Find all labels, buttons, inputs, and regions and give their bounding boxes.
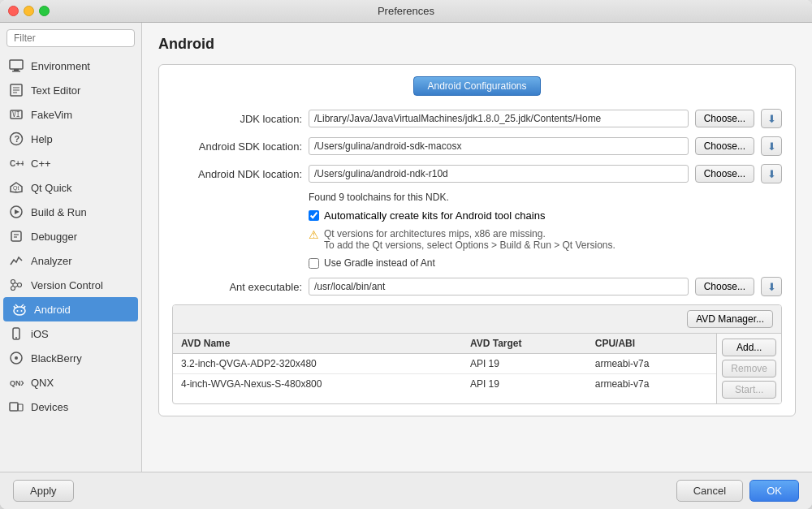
ndk-download-button[interactable]: ⬇ (761, 164, 782, 183)
footer-right: Cancel OK (676, 480, 799, 502)
ant-label: Ant executable: (172, 281, 302, 293)
sdk-choose-button[interactable]: Choose... (695, 137, 754, 155)
minimize-button[interactable] (24, 6, 34, 16)
avd-header: AVD AVD Manager... (173, 305, 781, 334)
svg-rect-2 (12, 71, 20, 72)
config-tabs: Android Configurations (172, 76, 782, 96)
ndk-label: Android NDK location: (172, 168, 302, 180)
svg-line-24 (15, 286, 18, 287)
sidebar-item-debugger[interactable]: Debugger (0, 224, 141, 248)
start-avd-button[interactable]: Start... (722, 381, 776, 399)
svg-point-28 (17, 310, 19, 312)
svg-point-21 (18, 283, 22, 287)
warning-icon: ⚠ (309, 228, 319, 241)
sidebar-item-text-editor[interactable]: Text Editor (0, 78, 141, 102)
auto-create-label: Automatically create kits for Android to… (324, 209, 545, 222)
gradle-checkbox[interactable] (309, 258, 319, 269)
svg-point-33 (15, 337, 17, 339)
cancel-button[interactable]: Cancel (676, 480, 743, 502)
ant-download-button[interactable]: ⬇ (761, 277, 782, 296)
sidebar-item-qnx[interactable]: QNXQNX (0, 370, 141, 395)
jdk-label: JDK location: (172, 113, 302, 125)
qnx-icon: QNX (8, 374, 24, 390)
sidebar-item-analyzer[interactable]: Analyzer (0, 248, 141, 273)
svg-rect-16 (11, 231, 21, 241)
sidebar-item-version-control-label: Version Control (31, 279, 103, 291)
sidebar-item-environment-label: Environment (31, 60, 90, 72)
close-button[interactable] (8, 6, 19, 16)
sidebar-item-qt-quick[interactable]: QtQt Quick (0, 175, 141, 200)
svg-point-20 (11, 287, 15, 291)
ok-button[interactable]: OK (749, 480, 799, 502)
gradle-row: Use Gradle instead of Ant (309, 257, 782, 269)
avd-col-cpu: CPU/ABI (587, 334, 717, 354)
fakevim-icon: VI (8, 106, 24, 123)
sdk-download-button[interactable]: ⬇ (761, 136, 782, 156)
svg-rect-1 (14, 69, 19, 71)
footer: Apply Cancel OK (0, 472, 812, 509)
ant-input[interactable] (309, 278, 689, 295)
auto-create-row: Automatically create kits for Android to… (309, 209, 782, 222)
text-editor-icon (8, 82, 24, 98)
svg-line-26 (14, 306, 15, 308)
ant-choose-button[interactable]: Choose... (695, 278, 754, 295)
ant-row: Ant executable: Choose... ⬇ (172, 277, 782, 296)
avd-table: AVD Name AVD Target CPU/ABI 3.2-inch-QVG… (173, 334, 716, 394)
toolchain-info: Found 9 toolchains for this NDK. (309, 192, 782, 203)
maximize-button[interactable] (39, 6, 50, 16)
svg-line-31 (21, 304, 24, 307)
sidebar-item-help[interactable]: ?Help (0, 127, 141, 151)
svg-line-30 (15, 304, 18, 307)
avd-wrapper: AVD Name AVD Target CPU/ABI 3.2-inch-QVG… (173, 334, 781, 403)
version-control-icon (8, 277, 24, 293)
titlebar: Preferences (0, 0, 812, 23)
svg-text:C++: C++ (10, 159, 24, 168)
svg-point-35 (15, 356, 18, 360)
avd-col-name: AVD Name (173, 334, 462, 354)
sidebar-item-ios-label: iOS (31, 328, 49, 340)
sidebar-item-environment[interactable]: Environment (0, 54, 141, 78)
sidebar-item-qt-quick-label: Qt Quick (31, 182, 72, 194)
help-icon: ? (8, 131, 24, 147)
remove-avd-button[interactable]: Remove (722, 360, 776, 377)
page-title: Android (158, 36, 796, 53)
window-title: Preferences (378, 5, 434, 17)
add-avd-button[interactable]: Add... (722, 339, 776, 356)
build-run-icon (8, 204, 24, 220)
window-controls (8, 6, 50, 16)
jdk-choose-button[interactable]: Choose... (695, 110, 754, 127)
main-panel: Android Android Configurations JDK locat… (142, 23, 812, 472)
sidebar-item-blackberry-label: BlackBerry (31, 352, 82, 364)
ndk-input[interactable] (309, 165, 689, 183)
warning-line-1: Qt versions for architectures mips, x86 … (324, 228, 615, 239)
svg-text:VI: VI (12, 111, 20, 119)
svg-marker-15 (15, 209, 19, 214)
android-configurations-tab[interactable]: Android Configurations (413, 76, 540, 96)
ndk-choose-button[interactable]: Choose... (695, 165, 754, 183)
blackberry-icon (8, 350, 24, 366)
avd-actions: Add... Remove Start... (716, 334, 781, 403)
ios-icon (8, 326, 24, 342)
jdk-input[interactable] (309, 110, 689, 127)
sidebar-item-android[interactable]: Android (3, 297, 138, 321)
sidebar-item-version-control[interactable]: Version Control (0, 273, 141, 297)
sdk-input[interactable] (309, 137, 689, 155)
gradle-label: Use Gradle instead of Ant (324, 257, 435, 269)
svg-rect-0 (10, 60, 23, 69)
sidebar-item-cpp[interactable]: C++C++ (0, 151, 141, 175)
sidebar-item-ios[interactable]: iOS (0, 321, 141, 346)
filter-input[interactable] (6, 29, 135, 47)
apply-button[interactable]: Apply (13, 480, 74, 502)
sidebar-item-blackberry[interactable]: BlackBerry (0, 346, 141, 370)
sidebar-items-container: EnvironmentText EditorVIFakeVim?HelpC++C… (0, 54, 141, 419)
table-row[interactable]: 4-inch-WVGA-Nexus-S-480x800API 19armeabi… (173, 374, 716, 395)
sidebar-item-fakevim[interactable]: VIFakeVim (0, 102, 141, 127)
sidebar-item-devices[interactable]: Devices (0, 395, 141, 419)
sidebar-item-build-run[interactable]: Build & Run (0, 200, 141, 224)
table-row[interactable]: 3.2-inch-QVGA-ADP2-320x480API 19armeabi-… (173, 354, 716, 374)
avd-manager-button[interactable]: AVD Manager... (687, 310, 773, 328)
sidebar-item-help-label: Help (31, 133, 53, 145)
sidebar-item-fakevim-label: FakeVim (31, 109, 72, 121)
jdk-download-button[interactable]: ⬇ (761, 109, 782, 128)
auto-create-checkbox[interactable] (309, 210, 319, 221)
